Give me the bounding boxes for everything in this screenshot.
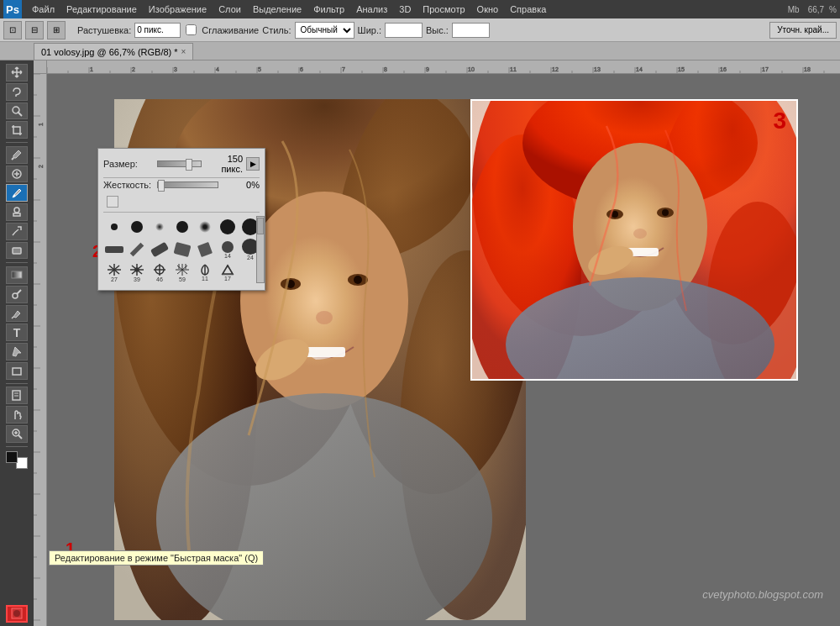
tab-document[interactable]: 01 volosy.jpg @ 66,7% (RGB/8) * ×	[34, 43, 193, 60]
size-slider-thumb[interactable]	[186, 159, 192, 171]
brush-value-input[interactable]	[134, 23, 181, 38]
menu-window[interactable]: Окно	[472, 3, 504, 16]
tool-stamp[interactable]	[6, 203, 28, 221]
tool-shape[interactable]	[6, 362, 28, 380]
svg-point-1	[13, 107, 19, 113]
svg-text:17: 17	[762, 66, 769, 72]
svg-text:10: 10	[468, 66, 475, 72]
tool-pen[interactable]	[6, 305, 28, 323]
svg-text:15: 15	[678, 66, 685, 72]
menu-image[interactable]: Изображение	[144, 3, 212, 16]
brush-preset-3[interactable]	[149, 216, 171, 238]
brush-preset-10[interactable]	[149, 239, 171, 260]
height-input[interactable]	[452, 23, 490, 38]
brush-size-row: Размер: 150 пикс. ▶	[103, 154, 260, 174]
svg-line-19	[18, 435, 22, 439]
hardness-slider-track[interactable]	[157, 181, 218, 188]
tool-lasso[interactable]	[6, 83, 28, 101]
brush-preset-9[interactable]	[126, 239, 148, 260]
menu-layers[interactable]: Слои	[213, 3, 246, 16]
options-btn-2[interactable]: ⊟	[25, 21, 44, 39]
tool-path-select[interactable]	[6, 343, 28, 360]
tool-magic-wand[interactable]	[6, 103, 28, 120]
brush-preset-11[interactable]	[171, 239, 193, 260]
tab-bar: 01 volosy.jpg @ 66,7% (RGB/8) * ×	[0, 42, 840, 60]
svg-line-13	[12, 317, 13, 318]
tool-move[interactable]	[6, 64, 28, 82]
tool-eyedropper[interactable]	[6, 146, 28, 164]
tab-close-button[interactable]: ×	[181, 47, 186, 56]
tool-brush[interactable]	[6, 184, 28, 202]
brush-preset-17[interactable]: 46	[149, 261, 171, 283]
tool-quick-mask[interactable]	[6, 605, 28, 623]
svg-rect-121	[303, 347, 345, 357]
brush-preset-13[interactable]: 14	[217, 239, 239, 260]
smooth-checkbox[interactable]	[186, 24, 197, 35]
menu-filter[interactable]: Фильтр	[308, 3, 349, 16]
options-btn-1[interactable]: ⊡	[3, 21, 22, 39]
menu-view[interactable]: Просмотр	[417, 3, 470, 16]
tool-hand[interactable]	[6, 406, 28, 423]
brush-preset-16[interactable]: 39	[126, 261, 148, 283]
brush-preset-20[interactable]: 17	[217, 261, 239, 283]
tool-history-brush[interactable]	[6, 223, 28, 240]
tool-dodge[interactable]	[6, 286, 28, 303]
brush-preset-4[interactable]	[171, 216, 193, 238]
brush-preset-12[interactable]	[194, 239, 216, 260]
canvas-container: 3 2 1 Размер: 150 пикс. ▶	[47, 74, 840, 626]
tooltip-quick-mask: Редактирование в режиме "Быстрая маска" …	[49, 550, 264, 566]
svg-point-135	[633, 229, 647, 239]
size-slider-track[interactable]	[157, 160, 202, 167]
brush-preset-8[interactable]	[103, 239, 125, 260]
svg-text:7: 7	[342, 66, 345, 72]
svg-text:2: 2	[132, 66, 135, 72]
brush-preset-18[interactable]: 59	[171, 261, 193, 283]
toolbar-left: T	[0, 60, 34, 626]
brush-preset-15[interactable]: 27	[103, 261, 125, 283]
brush-preset-6[interactable]	[217, 216, 239, 238]
tool-gradient[interactable]	[6, 266, 28, 284]
tool-eraser[interactable]	[6, 242, 28, 260]
refine-edge-button[interactable]: Уточн. край...	[769, 22, 837, 39]
svg-rect-9	[13, 248, 21, 254]
svg-text:1: 1	[38, 123, 44, 126]
hardness-slider-thumb[interactable]	[158, 180, 165, 192]
ruler-horizontal: 1 2 3 4 5 6 7 8 9 10 11 12 13 14 15 16 1	[47, 60, 840, 74]
tool-spot-heal[interactable]	[6, 166, 28, 183]
label-3: 3	[773, 108, 786, 134]
svg-rect-8	[13, 213, 20, 216]
brush-label: Растушевка:	[77, 25, 131, 35]
color-swatches	[6, 451, 28, 468]
brush-preset-2[interactable]	[126, 216, 148, 238]
svg-point-119	[354, 276, 362, 284]
smooth-label: Сглаживание	[202, 25, 259, 35]
brush-preset-19[interactable]: 11	[194, 261, 216, 283]
menu-file[interactable]: Файл	[27, 3, 60, 16]
width-input[interactable]	[385, 23, 423, 38]
svg-text:18: 18	[804, 66, 811, 72]
menu-help[interactable]: Справка	[505, 3, 551, 16]
svg-point-7	[14, 208, 19, 213]
options-btn-3[interactable]: ⊞	[47, 21, 66, 39]
menu-edit[interactable]: Редактирование	[61, 3, 142, 16]
size-arrow-btn[interactable]: ▶	[246, 157, 260, 171]
svg-text:9: 9	[426, 66, 429, 72]
tool-type[interactable]: T	[6, 324, 28, 341]
tool-zoom[interactable]	[6, 425, 28, 443]
brush-preset-1[interactable]	[103, 216, 125, 238]
brush-preset-5[interactable]	[194, 216, 216, 238]
style-select[interactable]: Обычный	[295, 22, 354, 39]
svg-line-2	[12, 158, 13, 160]
menu-3d[interactable]: 3D	[394, 3, 416, 16]
menu-bar: Ps Файл Редактирование Изображение Слои …	[0, 0, 840, 18]
menu-analysis[interactable]: Анализ	[351, 3, 392, 16]
tool-crop[interactable]	[6, 121, 28, 139]
svg-text:5: 5	[258, 66, 261, 72]
menu-select[interactable]: Выделение	[248, 3, 307, 16]
svg-text:13: 13	[594, 66, 601, 72]
svg-point-134	[662, 209, 669, 216]
brush-panel: Размер: 150 пикс. ▶ Жесткость: 0%	[97, 148, 265, 291]
tool-notes[interactable]	[6, 387, 28, 404]
svg-line-12	[17, 290, 21, 294]
size-value: 150 пикс.	[205, 154, 243, 174]
